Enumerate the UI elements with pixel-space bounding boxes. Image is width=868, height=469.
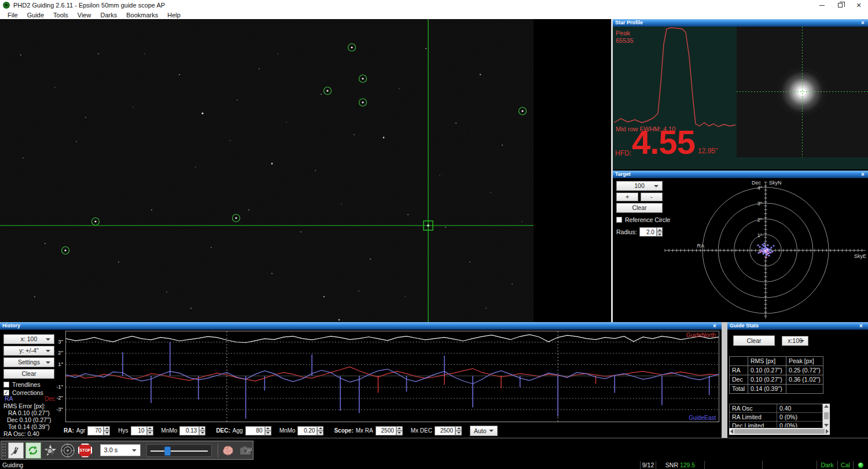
menu-darks[interactable]: Darks	[95, 12, 122, 19]
dec-mode-select[interactable]: Auto	[470, 426, 498, 436]
menu-help[interactable]: Help	[163, 12, 185, 19]
star	[277, 53, 278, 54]
guide-camera-frame[interactable]	[0, 19, 611, 322]
advanced-settings-button[interactable]	[220, 442, 236, 459]
history-clear-button[interactable]: Clear	[3, 369, 54, 379]
scrollbar-thumb[interactable]	[734, 429, 825, 434]
star	[34, 296, 35, 297]
ra-minmove-input[interactable]: 0.13	[179, 426, 199, 435]
target-bullseye-plot: DecSkyN4"3"2"1"RASkyE	[663, 179, 868, 321]
connect-equipment-button[interactable]	[8, 442, 24, 459]
menu-tools[interactable]: Tools	[49, 12, 73, 19]
peak-readout: Peak 65535	[616, 29, 634, 45]
history-close-icon[interactable]: ×	[711, 322, 718, 330]
scrollbar-thumb[interactable]	[824, 412, 829, 419]
star	[358, 290, 359, 291]
ra-osc: RA Osc: 0.40	[3, 430, 39, 437]
ra-aggression-input[interactable]: 70	[87, 426, 104, 435]
guide-scatter-point	[763, 250, 764, 252]
dock-splitter[interactable]	[722, 322, 727, 438]
target-axis-label: SkyN	[769, 180, 782, 186]
target-axis-label: 3"	[757, 201, 762, 206]
ra-aggression-spinner[interactable]	[104, 426, 110, 435]
star	[144, 53, 145, 54]
slider-handle[interactable]	[164, 446, 171, 456]
max-ra-duration-input[interactable]: 2500	[376, 426, 396, 435]
stop-button[interactable]: STOP	[78, 442, 93, 459]
star-zoom-image	[737, 27, 868, 157]
y-axis-tick-label: -1"	[56, 383, 63, 390]
target-axis-label: 4"	[757, 185, 762, 191]
menu-view[interactable]: View	[73, 12, 96, 19]
stats-cell: 0.10 (0.27'')	[748, 375, 786, 385]
ra-correction-bar	[245, 376, 247, 419]
dec-minmove-input[interactable]: 0.20	[297, 426, 317, 435]
scroll-up-icon[interactable]	[824, 405, 829, 408]
stats-xscale-dropdown[interactable]: x:100	[782, 336, 808, 346]
max-dec-duration-input[interactable]: 2500	[435, 426, 455, 435]
menubar: File Guide Tools View Darks Bookmarks He…	[0, 10, 868, 19]
reference-circle-checkbox[interactable]	[616, 217, 622, 223]
gamma-slider[interactable]	[146, 444, 212, 457]
stats-clear-button[interactable]: Clear	[733, 335, 775, 346]
spin-up-icon[interactable]	[657, 227, 663, 232]
auto-select-star-button[interactable]	[43, 442, 58, 459]
scroll-left-icon[interactable]	[730, 429, 733, 434]
ra-hysteresis-input[interactable]: 10	[131, 426, 147, 435]
loop-exposures-button[interactable]	[25, 442, 41, 459]
spin-down-icon[interactable]	[657, 232, 663, 237]
toolbar-grip[interactable]	[2, 444, 6, 457]
star	[85, 117, 86, 118]
minimize-button[interactable]	[812, 0, 831, 10]
ra-hysteresis-spinner[interactable]	[147, 426, 153, 435]
toolbar-separator	[218, 444, 218, 457]
max-ra-duration-spinner[interactable]	[396, 426, 403, 435]
scroll-down-icon[interactable]	[824, 424, 829, 427]
scope-section-label: Scope:	[334, 427, 353, 434]
ra-correction-bar	[444, 356, 445, 376]
guide-scatter-point	[770, 252, 771, 253]
star	[235, 217, 237, 219]
stats-vertical-scrollbar[interactable]	[823, 404, 830, 428]
history-xscale-dropdown[interactable]: x: 100	[3, 334, 54, 344]
dec-aggression-spinner[interactable]	[265, 426, 271, 435]
ra-minmove-spinner[interactable]	[199, 426, 205, 435]
dec-minmove-spinner[interactable]	[317, 426, 323, 435]
menu-file[interactable]: File	[3, 12, 23, 19]
guide-scatter-point	[767, 252, 769, 254]
stats-horizontal-scrollbar[interactable]	[729, 428, 830, 435]
guide-scatter-point	[771, 250, 773, 252]
status-snr: SNR 129.5	[656, 461, 704, 469]
close-button[interactable]: ✕	[849, 0, 868, 10]
camera-settings-button[interactable]	[237, 442, 253, 459]
starfield-image[interactable]	[0, 19, 611, 322]
guide-scatter-point	[767, 244, 768, 246]
guide-stats-close-icon[interactable]: ×	[858, 322, 865, 330]
star-profile-close-icon[interactable]: ×	[859, 19, 866, 27]
zoom-in-button[interactable]: +	[616, 193, 638, 201]
radius-spinner[interactable]	[657, 227, 663, 237]
dec-aggression-input[interactable]: 80	[245, 426, 265, 435]
history-settings-dropdown[interactable]: Settings	[3, 357, 54, 367]
zoom-out-button[interactable]: -	[641, 193, 663, 201]
peak-label: Peak	[616, 29, 634, 37]
restore-button[interactable]	[831, 0, 849, 10]
chevron-down-icon	[46, 350, 50, 352]
stats-header-rms: RMS [px]	[748, 357, 786, 366]
guide-button[interactable]	[60, 442, 76, 459]
ra-minmove-label: MnMo	[161, 427, 178, 434]
target-zoom-dropdown[interactable]: 100	[616, 181, 663, 191]
menu-bookmarks[interactable]: Bookmarks	[122, 12, 163, 19]
exposure-select[interactable]: 3.0 s	[100, 444, 141, 456]
history-yscale-dropdown[interactable]: y: +/-4''	[3, 346, 54, 356]
target-close-icon[interactable]: ×	[859, 171, 866, 178]
rms-dec: Dec 0.10 (0.27'')	[7, 416, 51, 423]
list-item: RA Osc 0.40	[730, 404, 822, 413]
max-dec-duration-spinner[interactable]	[455, 426, 462, 435]
scroll-right-icon[interactable]	[826, 429, 829, 434]
radius-input[interactable]: 2.0	[639, 227, 657, 237]
trendlines-checkbox[interactable]	[3, 382, 9, 387]
menu-guide[interactable]: Guide	[23, 12, 49, 19]
target-clear-button[interactable]: Clear	[616, 203, 663, 213]
guide-scatter-point	[773, 245, 774, 246]
